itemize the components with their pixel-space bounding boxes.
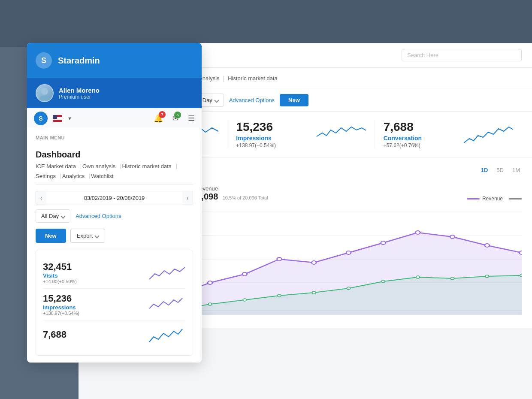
sb-visits-change: +14.00(+0.50%) — [43, 279, 77, 284]
svg-point-16 — [311, 261, 316, 264]
sb-conversation-sparkline — [147, 325, 186, 344]
svg-point-27 — [208, 303, 212, 305]
svg-point-32 — [381, 280, 385, 283]
message-icon-area[interactable]: ✉ 5 — [172, 114, 178, 123]
sidebar-logo: S — [34, 112, 48, 125]
svg-point-29 — [278, 294, 281, 297]
sidebar-allday-label: All Day — [41, 213, 59, 219]
sidebar-overlay: S Staradmin Allen Moreno Premium user S … — [27, 43, 202, 363]
impressions-change: +138.97(+0.54%) — [236, 142, 276, 148]
impressions-sparkline — [314, 124, 366, 145]
sb-visits-number: 32,451 — [43, 261, 77, 272]
sidebar-date-prev[interactable]: ‹ — [36, 192, 46, 205]
legend-line-revenue — [467, 198, 480, 200]
sidebar-advanced-options[interactable]: Advanced Options — [76, 213, 121, 219]
sidebar-date-nav: ‹ 03/02/2019 - 20/08/2019 › — [36, 191, 193, 205]
svg-point-17 — [346, 251, 351, 254]
user-name: Allen Moreno — [59, 87, 100, 94]
svg-point-15 — [277, 257, 282, 261]
advanced-options-button[interactable]: Advanced Options — [229, 97, 275, 103]
background-top — [0, 0, 532, 47]
new-button[interactable]: New — [280, 94, 308, 106]
impressions-label: Impressions — [236, 135, 276, 142]
notif-badge: 7 — [159, 111, 166, 118]
sidebar-filter-row: All Day Advanced Options — [36, 209, 193, 223]
svg-point-35 — [485, 275, 489, 278]
period-1m[interactable]: 1M — [511, 166, 522, 174]
conversation-sparkline — [462, 124, 513, 145]
sidebar-flag — [53, 115, 62, 122]
sidebar-export-button[interactable]: Export — [70, 229, 106, 243]
sb-conversation-number: 7,688 — [43, 329, 66, 340]
legend-label-revenue: Revenue — [482, 196, 503, 202]
brand-bar: S Staradmin — [27, 43, 202, 78]
stat-impressions: 15,236 Impressions +138.97(+0.54%) — [227, 120, 375, 148]
svg-point-38 — [39, 96, 50, 101]
brand-name: Staradmin — [58, 56, 100, 66]
sidebar-stat-visits: 32,451 Visits +14.00(+0.50%) — [43, 257, 186, 289]
chevron-down-icon — [61, 214, 66, 218]
conversation-label: Conversation — [384, 135, 422, 142]
conversation-number: 7,688 — [384, 120, 422, 134]
sidebar-topbar: S ▼ 🔔 7 ✉ 5 ☰ — [27, 108, 202, 129]
nav-link-settings[interactable]: Settings — [36, 172, 59, 180]
svg-point-21 — [485, 244, 490, 247]
svg-point-30 — [312, 291, 316, 294]
nav-link-watchlist[interactable]: Watchlist — [91, 172, 117, 180]
user-area: Allen Moreno Premium user — [27, 78, 202, 108]
sidebar-allday-dropdown[interactable]: All Day — [36, 209, 70, 223]
svg-point-31 — [347, 287, 350, 290]
main-menu-label: Main Menu — [27, 129, 202, 144]
nav-link-ice[interactable]: ICE Market data — [36, 162, 79, 170]
notification-bell[interactable]: 🔔 7 — [154, 114, 163, 123]
svg-point-36 — [520, 274, 522, 277]
impressions-number: 15,236 — [236, 120, 276, 134]
svg-point-19 — [415, 231, 420, 234]
export-label: Export — [77, 233, 93, 239]
period-5d[interactable]: 5D — [495, 166, 505, 174]
sidebar-body: Dashboard ICE Market data | Own analysis… — [27, 144, 202, 363]
nav-link-historic[interactable]: Historic market data — [122, 162, 175, 170]
breadcrumb-link-historic[interactable]: Historic market data — [228, 75, 278, 82]
sb-impressions-sparkline — [147, 295, 186, 314]
stat-conversation: 7,688 Conversation +57.62(+0.76%) — [375, 120, 522, 148]
nav-link-analytics[interactable]: Analytics — [62, 172, 88, 180]
svg-point-33 — [416, 276, 420, 278]
sidebar-stats-card: 32,451 Visits +14.00(+0.50%) 15,236 Impr… — [36, 250, 193, 356]
nav-link-own[interactable]: Own analysis — [82, 162, 119, 170]
sb-impressions-label: Impressions — [43, 304, 79, 311]
message-badge: 5 — [174, 112, 181, 118]
sidebar-new-button[interactable]: New — [36, 229, 66, 243]
sidebar-buttons-row: New Export — [36, 229, 193, 243]
svg-point-37 — [41, 88, 48, 95]
svg-point-20 — [450, 235, 455, 239]
sb-impressions-change: +138.97(+0.54%) — [43, 311, 79, 316]
svg-point-28 — [243, 299, 246, 301]
svg-point-18 — [381, 241, 386, 245]
hamburger-icon[interactable]: ☰ — [188, 114, 195, 123]
period-1d[interactable]: 1D — [479, 166, 490, 174]
sidebar-date-next[interactable]: › — [182, 192, 193, 205]
sidebar-stat-conversation: 7,688 — [43, 320, 186, 348]
lang-arrow: ▼ — [67, 116, 72, 121]
chevron-down-icon — [214, 98, 219, 103]
svg-point-14 — [242, 272, 247, 276]
chevron-down-icon — [95, 233, 100, 238]
sidebar-stat-impressions: 15,236 Impressions +138.97(+0.54%) — [43, 289, 186, 320]
total-revenue-meta: 10.5% of 20,000 Total — [223, 195, 268, 200]
period-tabs: 1D 5D 1M — [479, 166, 522, 174]
svg-point-22 — [520, 251, 522, 254]
legend-line-secondary — [509, 198, 522, 200]
avatar — [36, 84, 54, 102]
separator: | — [223, 75, 225, 82]
sb-impressions-number: 15,236 — [43, 293, 79, 304]
conversation-change: +57.62(+0.76%) — [384, 142, 422, 148]
user-role: Premium user — [59, 94, 100, 100]
svg-point-34 — [451, 277, 454, 280]
sb-visits-sparkline — [147, 263, 186, 282]
legend-revenue: Revenue — [467, 196, 522, 202]
brand-icon: S — [36, 52, 52, 69]
avatar-image — [36, 85, 53, 101]
sb-visits-label: Visits — [43, 272, 77, 279]
search-input[interactable]: Search Here — [402, 49, 522, 61]
